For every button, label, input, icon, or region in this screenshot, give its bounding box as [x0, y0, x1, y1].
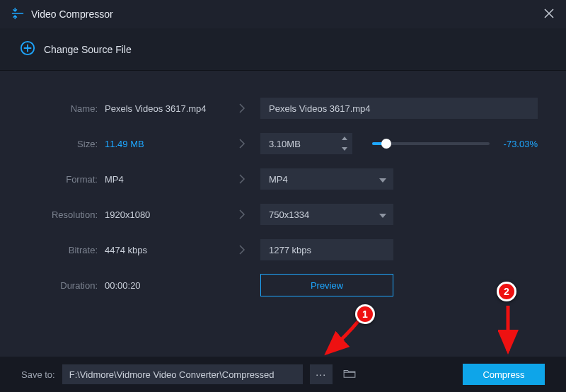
row-format: Format: MP4 MP4: [28, 163, 538, 195]
annotation-arrow-2: [498, 303, 526, 357]
output-format-cell: MP4: [260, 168, 393, 190]
label-name: Name:: [28, 103, 105, 114]
close-button[interactable]: [543, 8, 555, 21]
output-resolution-value: 750x1334: [269, 209, 309, 220]
size-slider-cell: -73.03%: [352, 139, 538, 149]
label-duration: Duration:: [28, 280, 105, 291]
slider-thumb[interactable]: [381, 139, 391, 149]
output-format-value: MP4: [269, 174, 288, 185]
spinner-up[interactable]: [337, 133, 352, 144]
folder-icon: [343, 369, 356, 381]
arrow-icon: [224, 173, 260, 185]
compress-button[interactable]: Compress: [463, 364, 545, 385]
preview-button[interactable]: Preview: [260, 274, 393, 296]
label-bitrate: Bitrate:: [28, 245, 105, 255]
label-size: Size:: [28, 139, 105, 149]
output-resolution-cell: 750x1334: [260, 204, 393, 225]
arrow-icon: [224, 244, 260, 255]
chevron-down-icon: [379, 174, 386, 185]
arrow-icon: [224, 103, 260, 114]
orig-bitrate: 4474 kbps: [105, 245, 224, 255]
open-folder-button[interactable]: [340, 364, 359, 384]
size-slider[interactable]: [372, 142, 490, 145]
row-bitrate: Bitrate: 4474 kbps 1277 kbps: [28, 234, 538, 266]
title-bar-left: Video Compressor: [11, 7, 113, 22]
content-panel: Name: Pexels Videos 3617.mp4 .row-name-w…: [0, 71, 566, 357]
annotation-badge-1: 1: [355, 304, 375, 324]
footer-bar: Save to: F:\Vidmore\Vidmore Video Conver…: [0, 357, 566, 392]
change-source-label[interactable]: Change Source File: [44, 44, 132, 55]
output-bitrate-cell: 1277 kbps: [260, 239, 393, 260]
arrow-icon: [224, 209, 260, 220]
spinner-down[interactable]: [337, 144, 352, 154]
save-path-display[interactable]: F:\Vidmore\Vidmore Video Converter\Compr…: [62, 364, 303, 384]
chevron-down-icon: [379, 209, 386, 220]
browse-path-button[interactable]: ···: [310, 364, 333, 384]
row-size: Size: 11.49 MB 3.10MB -73.03%: [28, 127, 538, 160]
row-duration: Duration: 00:00:20 Preview: [28, 269, 538, 301]
window-title: Video Compressor: [31, 8, 113, 20]
row-resolution: Resolution: 1920x1080 750x1334: [28, 198, 538, 231]
arrow-icon: [224, 138, 260, 149]
output-format-select[interactable]: MP4: [260, 168, 393, 190]
output-name-input[interactable]: [260, 98, 538, 119]
reduction-percent: -73.03%: [504, 139, 538, 149]
orig-format: MP4: [105, 174, 224, 185]
compress-label: Compress: [483, 369, 524, 380]
compress-app-icon: [11, 7, 24, 22]
orig-name: Pexels Videos 3617.mp4: [105, 103, 224, 114]
output-size-spinner[interactable]: 3.10MB: [260, 133, 352, 154]
label-format: Format:: [28, 174, 105, 185]
output-size-cell: 3.10MB: [260, 133, 352, 154]
orig-duration: 00:00:20: [105, 280, 224, 291]
output-bitrate-value: 1277 kbps: [260, 239, 393, 260]
save-to-label: Save to:: [21, 369, 55, 380]
orig-resolution: 1920x1080: [105, 209, 224, 220]
output-size-value: 3.10MB: [260, 133, 337, 154]
output-name-cell: [260, 98, 538, 119]
plus-circle-icon[interactable]: [20, 40, 35, 58]
source-file-bar: Change Source File: [0, 28, 566, 71]
row-name: Name: Pexels Videos 3617.mp4: [28, 92, 538, 125]
close-icon: [543, 11, 555, 21]
orig-size: 11.49 MB: [105, 139, 224, 149]
preview-label: Preview: [311, 280, 343, 291]
title-bar: Video Compressor: [0, 0, 566, 28]
label-resolution: Resolution:: [28, 209, 105, 220]
output-resolution-select[interactable]: 750x1334: [260, 204, 393, 225]
annotation-badge-2: 2: [497, 282, 516, 301]
